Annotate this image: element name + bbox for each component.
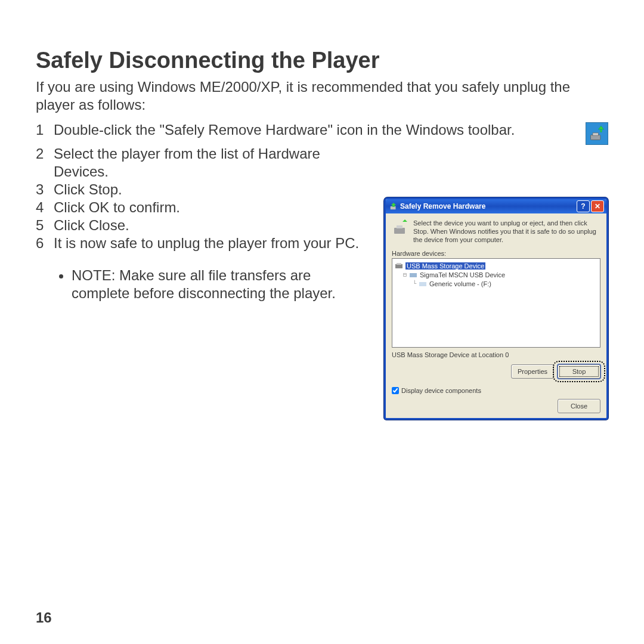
step-3: Click Stop. xyxy=(36,181,372,199)
svg-rect-9 xyxy=(419,282,426,286)
page-title: Safely Disconnecting the Player xyxy=(36,48,608,73)
stop-button[interactable]: Stop xyxy=(558,364,600,379)
help-button[interactable]: ? xyxy=(577,200,590,212)
note-text: NOTE: Make sure all file transfers are c… xyxy=(72,267,372,302)
close-x-button[interactable]: ✕ xyxy=(591,200,604,212)
svg-rect-1 xyxy=(593,133,598,136)
svg-rect-8 xyxy=(410,273,417,277)
disk-device-icon xyxy=(409,271,417,278)
step-1: Double-click the "Safely Remove Hardware… xyxy=(36,121,578,139)
close-button[interactable]: Close xyxy=(558,399,600,413)
svg-rect-5 xyxy=(397,225,402,228)
svg-rect-4 xyxy=(394,228,405,234)
step-2: Select the player from the list of Hardw… xyxy=(36,145,372,181)
dialog-hint-text: Select the device you want to unplug or … xyxy=(413,219,600,244)
intro-text: If you are using Windows ME/2000/XP, it … xyxy=(36,78,608,114)
safely-remove-dialog: Safely Remove Hardware ? ✕ Select the de… xyxy=(384,197,608,420)
display-components-label: Display device components xyxy=(401,387,481,394)
tree-root-item[interactable]: USB Mass Storage Device xyxy=(405,262,485,270)
page-number: 16 xyxy=(36,609,52,626)
step-4: Click OK to confirm. xyxy=(36,199,372,216)
display-components-checkbox[interactable]: Display device components xyxy=(392,387,600,394)
dialog-title-icon xyxy=(389,202,398,210)
tree-child-item[interactable]: SigmaTel MSCN USB Device xyxy=(420,271,505,278)
step-6: It is now safe to unplug the player from… xyxy=(36,234,372,252)
volume-icon xyxy=(419,280,427,287)
dialog-hint-icon xyxy=(392,219,408,244)
safely-remove-tray-icon xyxy=(586,122,608,145)
svg-rect-6 xyxy=(395,264,402,268)
hardware-devices-label: Hardware devices: xyxy=(392,250,600,257)
dialog-title-text: Safely Remove Hardware xyxy=(400,202,485,210)
svg-rect-2 xyxy=(600,129,602,132)
device-tree[interactable]: USB Mass Storage Device ⊟ SigmaTel MSCN … xyxy=(392,258,600,348)
tree-grandchild-item[interactable]: Generic volume - (F:) xyxy=(429,280,491,287)
usb-device-icon xyxy=(395,262,403,270)
properties-button[interactable]: Properties xyxy=(511,364,554,379)
display-components-checkbox-input[interactable] xyxy=(392,387,399,394)
svg-rect-7 xyxy=(397,263,401,265)
tree-expander-icon[interactable]: ⊟ xyxy=(403,271,407,278)
step-5: Click Close. xyxy=(36,216,372,234)
dialog-titlebar[interactable]: Safely Remove Hardware ? ✕ xyxy=(386,199,606,213)
status-text: USB Mass Storage Device at Location 0 xyxy=(392,351,600,361)
